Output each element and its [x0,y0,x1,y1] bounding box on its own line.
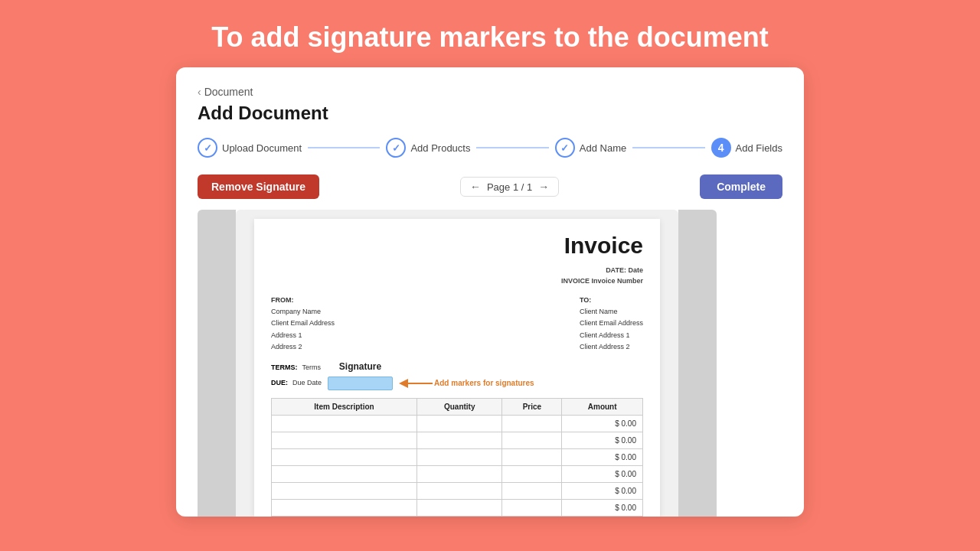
col-header-amount: Amount [562,398,643,415]
table-cell-1-2 [502,432,562,448]
step-name-label: Add Name [580,142,626,154]
from-line-4: Address 2 [271,341,335,353]
from-address: FROM: Company Name Client Email Address … [271,295,335,353]
step-upload-icon: ✓ [198,138,217,158]
step-fields: 4 Add Fields [711,138,782,158]
invoice-title: Invoice [271,233,643,259]
complete-button[interactable]: Complete [700,174,782,199]
table-cell-5-0 [272,499,417,516]
step-line-2 [476,147,548,148]
to-line-4: Client Address 2 [580,341,643,353]
page-title: Add Document [198,103,782,124]
from-line-1: Company Name [271,306,335,318]
from-line-3: Address 1 [271,330,335,341]
step-line-1 [308,147,380,148]
col-header-description: Item Description [272,398,417,415]
arrow-icon [399,377,433,390]
table-cell-3-2 [502,465,562,482]
to-line-2: Client Email Address [580,318,643,329]
table-cell-3-3: $ 0.00 [562,465,643,482]
due-value: Due Date [292,377,322,389]
table-cell-3-0 [272,465,417,482]
invoice-meta: DATE: Date INVOICE Invoice Number [271,265,643,287]
table-cell-4-1 [417,482,502,499]
step-products: ✓ Add Products [386,138,470,158]
main-card: ‹ Document Add Document ✓ Upload Documen… [176,67,804,517]
table-cell-3-1 [417,465,502,482]
table-row: $ 0.00 [272,432,643,448]
step-line-3 [632,147,704,148]
sig-arrow-annotation: Add markers for signatures [399,377,534,390]
terms-label: TERMS: [271,362,298,373]
breadcrumb-label[interactable]: Document [204,86,253,98]
table-row: $ 0.00 [272,415,643,432]
doc-viewer-row: Invoice DATE: Date INVOICE Invoice Numbe… [198,210,782,517]
step-products-icon: ✓ [386,138,406,158]
signature-box[interactable] [328,377,393,390]
table-cell-1-3: $ 0.00 [562,432,643,448]
table-cell-1-1 [417,432,502,448]
table-cell-4-2 [502,482,562,499]
table-cell-5-1 [417,499,502,516]
doc-paper: Invoice DATE: Date INVOICE Invoice Numbe… [254,219,660,517]
date-label: DATE: [606,266,626,274]
date-value: Date [628,266,643,274]
step-name-icon: ✓ [555,138,575,158]
step-upload-label: Upload Document [222,142,302,154]
col-header-quantity: Quantity [417,398,502,415]
table-cell-2-2 [502,448,562,465]
col-header-price: Price [502,398,562,415]
invoice-label: INVOICE [561,277,590,285]
sig-arrow-text: Add markers for signatures [434,379,534,387]
page-heading: To add signature markers to the document [211,21,768,54]
signature-marker[interactable]: Signature [328,377,393,390]
stepper: ✓ Upload Document ✓ Add Products ✓ Add N… [198,138,782,158]
invoice-addresses: FROM: Company Name Client Email Address … [271,295,643,353]
invoice-table: Item Description Quantity Price Amount $… [271,398,643,517]
breadcrumb: ‹ Document [198,86,782,98]
table-cell-0-3: $ 0.00 [562,415,643,432]
to-line-3: Client Address 1 [580,330,643,341]
table-cell-4-0 [272,482,417,499]
table-cell-1-0 [272,432,417,448]
to-address: TO: Client Name Client Email Address Cli… [580,295,643,353]
to-line-1: Client Name [580,306,643,318]
table-cell-4-3: $ 0.00 [562,482,643,499]
terms-row: TERMS: Terms DUE: Due Date Signature [271,362,643,390]
breadcrumb-chevron-icon: ‹ [198,86,201,98]
invoice-value: Invoice Number [591,277,643,285]
table-cell-2-1 [417,448,502,465]
step-name: ✓ Add Name [555,138,626,158]
table-row: $ 0.00 [272,499,643,516]
next-page-button[interactable]: → [537,181,550,193]
step-fields-icon: 4 [711,138,731,158]
from-label: FROM: [271,296,294,304]
due-label: DUE: [271,377,288,389]
from-line-2: Client Email Address [271,318,335,329]
table-row: $ 0.00 [272,465,643,482]
doc-sidebar-left [198,210,236,517]
step-upload: ✓ Upload Document [198,138,302,158]
table-row: $ 0.00 [272,448,643,465]
table-cell-0-1 [417,415,502,432]
step-fields-label: Add Fields [736,142,782,154]
page-navigation: ← Page 1 / 1 → [460,177,559,197]
table-row: $ 0.00 [272,482,643,499]
table-cell-2-0 [272,448,417,465]
page-label: Page 1 / 1 [487,181,532,193]
table-cell-5-2 [502,499,562,516]
doc-sidebar-right [678,210,717,517]
signature-label: Signature [339,361,381,372]
terms-value: Terms [302,362,322,373]
table-cell-5-3: $ 0.00 [562,499,643,516]
table-cell-0-0 [272,415,417,432]
table-cell-2-3: $ 0.00 [562,448,643,465]
doc-viewer: Invoice DATE: Date INVOICE Invoice Numbe… [236,210,678,517]
prev-page-button[interactable]: ← [469,181,482,193]
step-products-label: Add Products [410,142,470,154]
to-label: TO: [580,296,591,304]
toolbar: Remove Signature ← Page 1 / 1 → Complete [198,174,782,199]
table-cell-0-2 [502,415,562,432]
remove-signature-button[interactable]: Remove Signature [198,174,319,199]
